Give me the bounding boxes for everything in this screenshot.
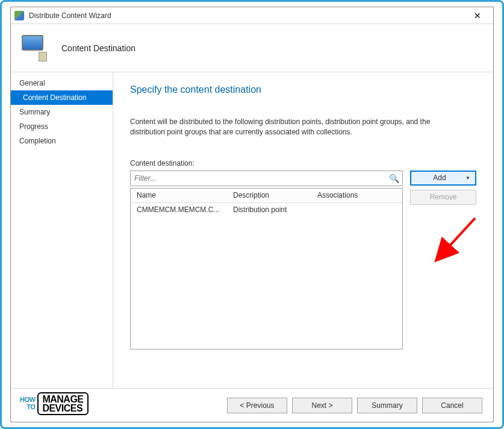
sidebar-item-progress[interactable]: Progress [11,119,113,134]
wizard-header: Content Destination [11,24,493,72]
sidebar-item-summary[interactable]: Summary [11,105,113,119]
remove-button-label: Remove [430,193,457,201]
cell-description: Distribution point [233,205,317,214]
page-title: Content Destination [61,43,135,53]
filter-input[interactable] [134,174,389,183]
summary-button[interactable]: Summary [357,398,417,413]
titlebar: Distribute Content Wizard ✕ [11,7,493,24]
next-button[interactable]: Next > [292,398,352,413]
search-icon[interactable]: 🔍 [389,174,399,183]
previous-button[interactable]: < Previous [227,398,287,413]
close-icon: ✕ [474,11,481,20]
close-button[interactable]: ✕ [465,9,490,22]
watermark-how: HOW [20,397,35,403]
add-button[interactable]: Add [410,171,476,186]
destination-table: Name Description Associations CMMEMCM.ME… [130,188,403,349]
table-row[interactable]: CMMEMCM.MEMCM.C... Distribution point [131,203,402,216]
column-associations[interactable]: Associations [317,191,402,199]
app-icon [14,11,24,20]
watermark-devices: DEVICES [42,404,83,413]
content-destination-label: Content destination: [130,159,476,168]
column-name[interactable]: Name [131,191,233,199]
wizard-content: Specify the content destination Content … [113,72,493,388]
table-header: Name Description Associations [131,189,402,203]
sidebar-item-general[interactable]: General [11,76,113,90]
sidebar-item-content-destination[interactable]: Content Destination [11,90,113,105]
wizard-sidebar: General Content Destination Summary Prog… [11,72,113,388]
add-button-label: Add [433,174,446,182]
column-description[interactable]: Description [233,191,317,199]
watermark-manage: MANAGE [42,395,83,404]
filter-box[interactable]: 🔍 [130,171,403,186]
sidebar-item-completion[interactable]: Completion [11,134,113,148]
watermark: HOW TO MANAGE DEVICES [20,392,89,415]
window-title: Distribute Content Wizard [29,11,465,20]
computer-icon [22,35,48,61]
cancel-button[interactable]: Cancel [422,398,482,413]
remove-button: Remove [410,190,476,205]
main-heading: Specify the content destination [130,84,476,95]
watermark-to: TO [26,403,35,410]
description-text: Content will be distributed to the follo… [130,117,455,137]
cell-name: CMMEMCM.MEMCM.C... [131,205,233,214]
wizard-window: Distribute Content Wizard ✕ Content Dest… [10,7,494,422]
